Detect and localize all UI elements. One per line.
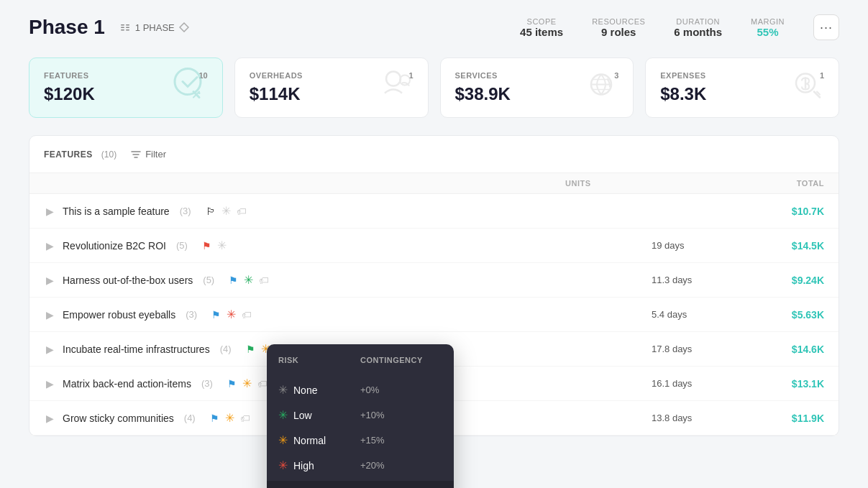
risk-icon-7[interactable]: ✳: [225, 411, 234, 425]
svg-rect-2: [121, 29, 124, 31]
svg-rect-0: [121, 24, 124, 26]
flag-icon-6[interactable]: ⚑: [227, 378, 237, 390]
row-name-3: Harness out-of-the-box users: [63, 275, 193, 286]
row-name-6: Matrix back-end action-items: [63, 378, 191, 390]
row-count-2: (5): [176, 240, 188, 251]
tag-icon-1[interactable]: 🏷: [237, 206, 247, 217]
tag-icon-4[interactable]: 🏷: [242, 309, 252, 321]
contingency-high: +20%: [360, 460, 442, 471]
filter-icon: [131, 149, 141, 160]
tag-icon-7[interactable]: 🏷: [240, 413, 250, 424]
flag-icon-4[interactable]: ⚑: [211, 309, 221, 321]
contingency-normal: +15%: [360, 435, 442, 446]
duration-stat: DURATION 6 months: [674, 17, 722, 38]
filter-button[interactable]: Filter: [125, 146, 172, 162]
row-expand-5[interactable]: ▶: [44, 344, 55, 355]
filter-label: Filter: [145, 149, 166, 160]
row-total-4: $5.63K: [738, 309, 824, 321]
row-total-5: $14.6K: [738, 344, 824, 355]
page-title: Phase 1: [29, 16, 105, 39]
scope-label: SCOPE: [527, 17, 557, 26]
col-units2-header: UNITS: [565, 179, 652, 188]
svg-rect-1: [121, 27, 124, 29]
features-table: FEATURES (10) Filter UNITS TOTAL ▶ This …: [29, 135, 839, 436]
risk-star-none: ✳: [278, 383, 288, 397]
risk-option-high[interactable]: ✳ High +20%: [267, 453, 454, 478]
features-card[interactable]: FEATURES 10 $120K: [29, 57, 223, 118]
row-expand-7[interactable]: ▶: [44, 413, 55, 424]
row-icons-7: ⚑ ✳ 🏷: [210, 411, 250, 425]
risk-option-low[interactable]: ✳ Low +10%: [267, 402, 454, 428]
risk-icon-6[interactable]: ✳: [242, 377, 252, 390]
overheads-icon: [378, 66, 415, 110]
risk-item-normal: ✳ Normal: [278, 433, 360, 447]
flag-icon-2[interactable]: ⚑: [202, 240, 211, 252]
risk-icon-2[interactable]: ✳: [217, 239, 227, 252]
table-row: ▶ Revolutionize B2C ROI (5) ⚑ ✳ 19 days …: [29, 229, 839, 263]
row-expand-4[interactable]: ▶: [44, 309, 55, 321]
tag-icon-6[interactable]: 🏷: [257, 378, 268, 390]
risk-item-low: ✳ Low: [278, 408, 360, 422]
row-expand-6[interactable]: ▶: [44, 378, 55, 390]
features-section-count: (10): [101, 149, 117, 160]
row-name-1: This is a sample feature: [63, 206, 170, 217]
row-icons-4: ⚑ ✳ 🏷: [211, 308, 252, 321]
flag-icon-3[interactable]: ⚑: [229, 275, 238, 286]
row-days-3: 11.3 days: [652, 275, 738, 285]
features-label: FEATURES: [44, 71, 88, 80]
row-count-5: (4): [220, 344, 232, 354]
row-total-7: $11.9K: [738, 413, 824, 424]
phase-badge[interactable]: 1 PHASE: [119, 22, 189, 33]
risk-label-high: High: [293, 460, 314, 471]
features-section-label: FEATURES: [44, 149, 93, 160]
risk-icon-1[interactable]: ✳: [221, 204, 231, 218]
margin-value: 55%: [757, 26, 778, 38]
overheads-card[interactable]: OVERHEADS 1 $114K: [234, 57, 429, 118]
list-icon: [119, 22, 131, 33]
scope-stat: SCOPE 45 items: [520, 17, 563, 38]
resources-value: 9 roles: [601, 26, 636, 38]
risk-item-none: ✳ None: [278, 383, 360, 397]
row-days-2: 19 days: [652, 240, 738, 251]
risk-option-normal[interactable]: ✳ Normal +15%: [267, 428, 454, 453]
phase-label: 1 PHASE: [135, 22, 175, 33]
risk-star-normal: ✳: [278, 433, 288, 447]
risk-dropdown: RISK CONTINGENCY ✳ None +0% ✳ Low +10%: [267, 344, 454, 488]
margin-label: MARGIN: [751, 17, 785, 26]
row-total-6: $13.1K: [738, 378, 824, 390]
flag-icon-1[interactable]: 🏳: [206, 206, 216, 217]
row-name-2: Revolutionize B2C ROI: [63, 240, 166, 252]
risk-option-none[interactable]: ✳ None +0%: [267, 377, 454, 402]
services-label: SERVICES: [455, 71, 498, 80]
expenses-label: EXPENSES: [660, 71, 705, 80]
risk-label-normal: Normal: [293, 435, 326, 446]
col-units-header: [479, 179, 565, 188]
flag-icon-7[interactable]: ⚑: [210, 413, 219, 424]
risk-label-none: None: [293, 385, 317, 396]
col-headers-row: UNITS TOTAL: [29, 173, 839, 194]
row-expand-3[interactable]: ▶: [44, 275, 55, 286]
more-button[interactable]: ···: [813, 14, 839, 40]
svg-point-9: [386, 72, 401, 86]
risk-icon-3[interactable]: ✳: [244, 273, 253, 287]
row-icons-2: ⚑ ✳: [202, 239, 227, 252]
row-expand-1[interactable]: ▶: [44, 206, 55, 217]
row-count-6: (3): [201, 378, 213, 389]
table-row: ▶ Harness out-of-the-box users (5) ⚑ ✳ 🏷…: [29, 263, 839, 298]
svg-rect-4: [126, 27, 129, 29]
risk-icon-4[interactable]: ✳: [227, 308, 236, 321]
dropdown-col-headers: RISK CONTINGENCY: [267, 356, 454, 377]
resources-label: RESOURCES: [592, 17, 645, 26]
contingency-low: +10%: [360, 410, 442, 420]
row-icons-1: 🏳 ✳ 🏷: [206, 204, 247, 218]
services-card[interactable]: SERVICES 3 $38.9K: [440, 57, 634, 118]
flag-icon-5[interactable]: ⚑: [246, 344, 255, 355]
row-expand-2[interactable]: ▶: [44, 240, 55, 252]
row-total-1: $10.7K: [738, 206, 824, 217]
duration-label: DURATION: [676, 17, 720, 26]
row-days-6: 16.1 days: [652, 378, 738, 389]
dropdown-footer: Adjust contingency in settings: [267, 481, 454, 488]
header: Phase 1 1 PHASE SCOPE 45 items RESOURCES: [29, 14, 839, 40]
expenses-card[interactable]: EXPENSES 1 $8.3K: [645, 57, 839, 118]
tag-icon-3[interactable]: 🏷: [259, 275, 269, 286]
